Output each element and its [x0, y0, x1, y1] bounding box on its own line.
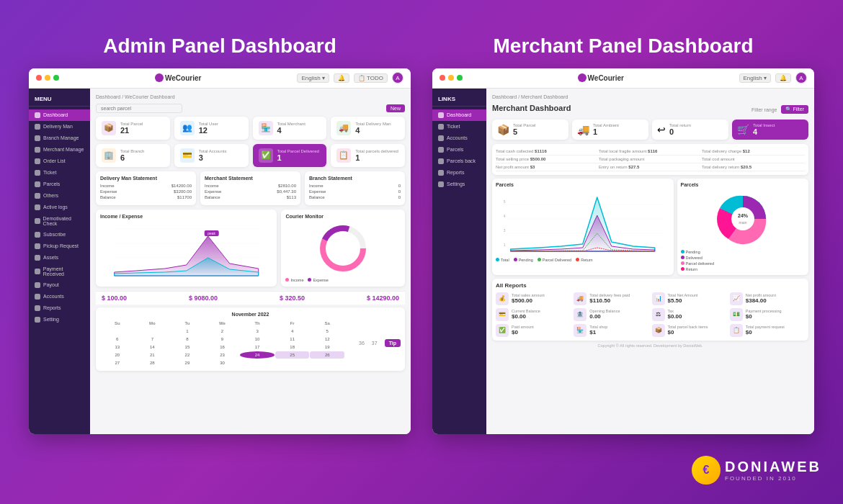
reports-title: All Reports	[496, 282, 805, 289]
payout-icon	[35, 282, 40, 288]
cal-header-mo: Mo	[135, 320, 170, 327]
cal-header-su: Su	[100, 320, 135, 327]
calendar-header: November 2022	[100, 312, 401, 317]
merchant-lang-btn[interactable]: English ▾	[739, 73, 771, 83]
sidebar-item-payment[interactable]: Payment Received	[29, 264, 90, 279]
cal-header-tu: Tu	[170, 320, 205, 327]
window-dots	[36, 75, 59, 81]
merchant-layout: LINKS Dashboard Ticket Accounts	[432, 89, 814, 434]
report-paid-amount: ✅ Paid amount $0	[496, 324, 571, 337]
report-current-balance: 💳 Current Balance $0.00	[496, 308, 571, 321]
svg-text:4: 4	[504, 214, 506, 218]
merchant-sidebar-parcels-back[interactable]: Parcels back	[432, 156, 486, 167]
merchant-window: WeCourier English ▾ 🔔 A LINKS Dashboard	[432, 68, 814, 434]
merchant-logo-icon	[578, 73, 586, 82]
payment-processing-icon: 💵	[730, 308, 743, 321]
m-return-stat-icon: ↩	[657, 124, 666, 135]
merchant-stats-row: 📦 Total Parcel 5 🚚 Total Ambient 1	[492, 120, 808, 140]
sidebar-item-order[interactable]: Order List	[29, 156, 90, 167]
today-marker[interactable]: 24	[240, 351, 275, 359]
area-chart: peak Income Expense	[100, 222, 272, 279]
report-net-amount: 📊 Total Net Amount $5.50	[652, 292, 727, 305]
merchant-heading: Merchant Dashboard	[492, 104, 571, 112]
report-opening-balance: 🏦 Opening Balance 0.00	[574, 308, 648, 321]
m-reports-icon	[438, 170, 444, 176]
sidebar-item-branch[interactable]: Branch Manage	[29, 132, 90, 144]
sidebar-item-merchant[interactable]: Merchant Manage	[29, 144, 90, 156]
cal-header-we: We	[205, 320, 240, 327]
stat-total-branch: 🏢 Total Branch 6	[96, 144, 170, 167]
svg-text:24%: 24%	[738, 213, 749, 218]
merchant-pie-chart: Parcels	[677, 179, 809, 275]
reports-grid: 💰 Total sales amount $500.00 🚚 Total del…	[496, 292, 805, 337]
amount-4: $ 14290.00	[367, 294, 399, 302]
parcels-icon: 📋	[336, 148, 351, 163]
logo-badge: € DONIAWEB FOUNDED IN 2010	[692, 456, 821, 485]
sidebar-item-reports[interactable]: Reports	[29, 302, 90, 314]
avatar-btn[interactable]: A	[392, 72, 403, 84]
pickup-icon	[35, 243, 40, 249]
user-icon	[35, 124, 40, 130]
delivery-icon: 🚚	[336, 121, 351, 135]
merchant-sidebar-logo: LINKS	[432, 92, 486, 107]
merchant-avatar-btn[interactable]: A	[795, 72, 807, 84]
bottom-logo: € DONIAWEB FOUNDED IN 2010	[0, 456, 843, 485]
reports-icon	[35, 305, 40, 311]
paid-amount-icon: ✅	[496, 324, 509, 337]
box-icon	[35, 181, 40, 187]
notif-btn[interactable]: 🔔	[334, 73, 349, 83]
todo-btn[interactable]: 📋 TODO	[354, 73, 388, 83]
admin-stats-row1: 📦 Total Parcel 21 👥 Total User 12	[96, 117, 405, 140]
courier-monitor-chart: Courier Monitor	[281, 210, 405, 287]
merchant-sidebar-parcels[interactable]: Parcels	[432, 144, 486, 156]
merchant-sidebar-accounts[interactable]: Accounts	[432, 132, 486, 144]
m-accounts-icon	[438, 135, 444, 141]
charts-row: Income / Expense	[96, 210, 405, 287]
report-delivery-fees: 🚚 Total delivery fees paid $110.50	[574, 292, 648, 305]
merchant-dot-green	[457, 75, 463, 81]
sidebar-item-pickup[interactable]: Pickup Request	[29, 240, 90, 252]
merchant-data-rows: Total cash collected $1116 Total local f…	[492, 144, 808, 175]
svg-text:5: 5	[504, 199, 506, 204]
sidebar-item-subscribe[interactable]: Subscribe	[29, 229, 90, 240]
data-row-2: Total selling price $500.00 Total packag…	[496, 156, 805, 163]
sidebar-item-settings[interactable]: Setting	[29, 314, 90, 325]
filter-button[interactable]: 🔍 Filter	[781, 105, 809, 114]
merchant-window-controls: English ▾ 🔔 A	[739, 72, 807, 84]
dot-green	[53, 75, 59, 81]
sidebar-item-ticket[interactable]: Ticket	[29, 167, 90, 179]
merchant-notif-btn[interactable]: 🔔	[775, 73, 791, 83]
report-parcel-back: 📦 Total parcel back items $0	[652, 324, 727, 337]
sidebar-item-accounts[interactable]: Accounts	[29, 291, 90, 302]
report-sales: 💰 Total sales amount $500.00	[496, 292, 571, 305]
stat-parcels-delivered2: 📋 Total parcels delivered 1	[331, 144, 405, 167]
logo-text: DONIAWEB	[725, 459, 821, 475]
new-button[interactable]: New	[386, 104, 405, 112]
m-insect-icon: 🛒	[737, 124, 749, 135]
sidebar-item-payout[interactable]: Payout	[29, 279, 90, 291]
merchant-sidebar-ticket[interactable]: Ticket	[432, 121, 486, 132]
sidebar-item-parcels[interactable]: Parcels	[29, 179, 90, 190]
merchant-sidebar-reports[interactable]: Reports	[432, 167, 486, 179]
copyright-footer: Copyright © All rights reserved. Develop…	[492, 343, 808, 348]
tip-badge: Tip	[385, 339, 401, 347]
sidebar-item-assets[interactable]: Assets	[29, 252, 90, 264]
report-payment-processing: 💵 Payment processing $0	[730, 308, 805, 321]
sidebar-item-dashboard[interactable]: Dashboard	[29, 109, 90, 121]
merchant-sidebar-settings[interactable]: Settings	[432, 179, 486, 190]
merchant-charts: Parcels	[492, 179, 808, 275]
sidebar-item-active-logs[interactable]: Active logs	[29, 202, 90, 213]
m-stat-parcel: 📦 Total Parcel 5	[492, 120, 568, 140]
lang-btn[interactable]: English ▾	[297, 73, 329, 83]
admin-sidebar: MENU Dashboard Delivery Man Branch Manag…	[29, 89, 90, 434]
svg-point-9	[329, 234, 357, 263]
sidebar-item-demotivated[interactable]: Demotivated Check	[29, 213, 90, 229]
stat-parcel-delivered: ✅ Total Parcel Delivered 1	[253, 144, 327, 167]
report-net-profit: 📈 Net profit amount $384.00	[730, 292, 805, 305]
merchant-sidebar-dashboard[interactable]: Dashboard	[432, 109, 486, 121]
search-input[interactable]	[96, 104, 182, 113]
sidebar-item-delivery-man[interactable]: Delivery Man	[29, 121, 90, 132]
admin-window-chrome: WeCourier English ▾ 🔔 📋 TODO A	[29, 68, 411, 89]
stat-total-user: 👥 Total User 12	[174, 117, 249, 140]
sidebar-item-others[interactable]: Others	[29, 190, 90, 202]
